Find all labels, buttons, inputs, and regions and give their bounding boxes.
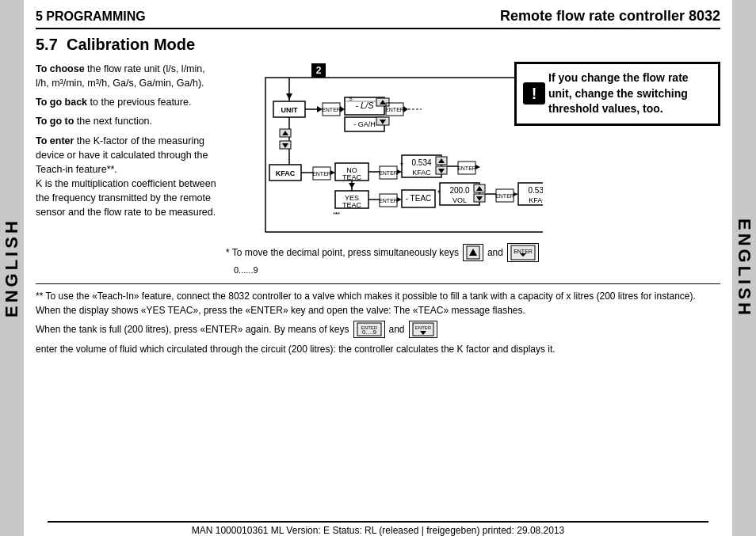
section-title: 5.7 Calibration Mode [36,36,720,54]
enter-key2-footnote: ENTER [409,321,437,338]
svg-text:*: * [437,189,441,198]
svg-text:200.0: 200.0 [449,186,469,195]
up-arrow-key [463,244,483,261]
footnote-area: * To move the decimal point, press simul… [226,243,720,277]
svg-marker-22 [403,106,408,112]
svg-marker-75 [514,192,518,196]
key-label: 0......9 [234,264,720,277]
svg-text:ENTER: ENTER [495,193,514,199]
diagram-area: ! If you change the flow rate unit, chan… [226,62,720,277]
side-label-left: ENGLISH [0,0,24,536]
svg-text:ENTER: ENTER [379,198,398,203]
svg-text:S: S [349,96,353,101]
footnote-double-3c-text: enter the volume of fluid which circulat… [36,342,556,356]
footnote-double-2: When the display shows «YES TEAC», press… [36,303,720,317]
enter-key-footnote: ENTER 0....9 [353,321,385,338]
svg-text:ENTER: ENTER [457,165,476,171]
footnote-double-1: ** To use the «Teach-In» feature, connec… [36,289,720,303]
footnote-double-3-row: When the tank is full (200 litres), pres… [36,321,720,356]
svg-text:ENTER: ENTER [379,170,398,176]
content: 5 PROGRAMMING Remote flow rate controlle… [24,0,732,536]
page: ENGLISH ENGLISH 5 PROGRAMMING Remote flo… [0,0,756,536]
footnote-double: ** To use the «Teach-In» feature, connec… [36,283,720,356]
main-area: To choose the flow rate unit (l/s, l/min… [36,62,720,277]
svg-text:TEAC: TEAC [342,173,362,181]
svg-text:ENTER: ENTER [312,171,331,177]
para-enter: To enter the K-factor of the measuring d… [36,134,218,220]
bottom-text: MAN 1000010361 ML Version: E Status: RL … [192,525,565,536]
svg-text:*: * [400,162,403,170]
header-title: Remote flow rate controller 8032 [500,8,720,25]
svg-text:- GA/H: - GA/H [353,120,376,128]
footnote-and-text: and [487,245,503,260]
svg-text:ENTER: ENTER [322,107,341,112]
footnote-double-3-text: When the tank is full (200 litres), pres… [36,322,349,336]
svg-marker-8 [340,106,345,112]
svg-text:**: ** [335,211,340,218]
bottom-bar: MAN 1000010361 ML Version: E Status: RL … [48,521,708,536]
warning-box: ! If you change the flow rate unit, chan… [514,62,720,126]
para-go-back: To go back to the previous feature. [36,95,218,109]
down-enter-key: ENTER [507,243,539,262]
warning-text: If you change the flow rate unit, change… [548,71,689,115]
svg-text:ENTER: ENTER [514,249,533,254]
side-label-right: ENGLISH [732,0,756,536]
svg-marker-80 [349,183,355,188]
svg-marker-83 [286,93,292,100]
svg-text:KFAC: KFAC [276,169,296,177]
header-section: 5 PROGRAMMING [36,10,146,24]
svg-text:0....9: 0....9 [362,329,376,336]
svg-text:- TEAC: - TEAC [406,194,432,203]
left-text: To choose the flow rate unit (l/s, l/min… [36,62,218,277]
para-choose: To choose the flow rate unit (l/s, l/min… [36,62,218,90]
para-go-to: To go to the next function. [36,114,218,128]
svg-text:KFAC: KFAC [412,169,431,177]
header: 5 PROGRAMMING Remote flow rate controlle… [36,8,720,29]
svg-text:2: 2 [316,65,322,76]
svg-text:KFAC: KFAC [529,196,543,204]
svg-marker-53 [475,165,480,169]
svg-text:VOL: VOL [452,196,467,204]
svg-text:ENTER: ENTER [414,325,431,330]
warning-icon: ! [523,82,545,105]
svg-text:- L/S: - L/S [355,101,374,110]
svg-text:ENTER: ENTER [385,107,404,112]
svg-text:0.534: 0.534 [411,158,431,167]
svg-text:TEAC: TEAC [342,201,362,209]
svg-text:0.534: 0.534 [528,186,543,195]
footnote-star-text: * To move the decimal point, press simul… [226,245,459,260]
keys-row-star: * To move the decimal point, press simul… [226,243,720,262]
svg-marker-34 [330,170,335,175]
diagram-svg: 2 UNIT ENTER - L/S S I [226,62,543,236]
svg-marker-61 [397,197,402,202]
footnote-and2: and [389,322,405,336]
svg-text:UNIT: UNIT [281,106,298,114]
